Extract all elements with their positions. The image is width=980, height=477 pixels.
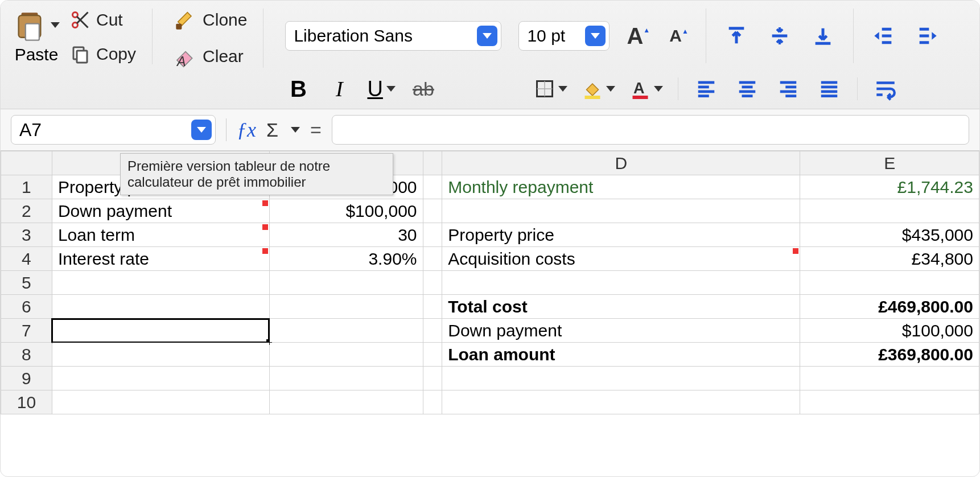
cell-A2[interactable]: Down payment [52, 199, 269, 223]
row-header[interactable]: 8 [1, 343, 52, 367]
cell-A5[interactable] [52, 271, 269, 295]
cell-E2[interactable] [800, 199, 979, 223]
cell-A3[interactable]: Loan term [52, 223, 269, 247]
comment-indicator-icon[interactable] [262, 224, 268, 230]
cell-C2[interactable] [423, 199, 442, 223]
cell-E4[interactable]: £34,800 [800, 247, 979, 271]
cell-C10[interactable] [423, 390, 442, 414]
font-name-combo[interactable]: Liberation Sans [285, 21, 501, 51]
cell-D10[interactable] [442, 390, 800, 414]
cell-D4[interactable]: Acquisition costs [442, 247, 800, 271]
cell-C1[interactable] [423, 175, 442, 199]
formula-equals-button[interactable]: = [310, 119, 322, 141]
align-right-button[interactable] [775, 76, 801, 102]
underline-button[interactable]: U [367, 76, 395, 102]
cell-D9[interactable] [442, 367, 800, 390]
fill-color-button[interactable] [582, 76, 615, 102]
row-header[interactable]: 9 [1, 367, 52, 390]
cell-A8[interactable] [52, 343, 269, 367]
cell-A9[interactable] [52, 367, 269, 390]
row-header[interactable]: 5 [1, 271, 52, 295]
cell-C3[interactable] [423, 223, 442, 247]
comment-indicator-icon[interactable] [793, 248, 798, 254]
cell-E1[interactable]: £1,744.23 [800, 175, 979, 199]
cell-C8[interactable] [423, 343, 442, 367]
cell-E5[interactable] [800, 271, 979, 295]
cell-C9[interactable] [423, 367, 442, 390]
cell-D8[interactable]: Loan amount [442, 343, 800, 367]
font-color-button[interactable]: A [630, 76, 663, 102]
row-header[interactable]: 7 [1, 319, 52, 343]
cell-A6[interactable] [52, 295, 269, 319]
cell-A10[interactable] [52, 390, 269, 414]
cell-A4[interactable]: Interest rate [52, 247, 269, 271]
formula-input[interactable] [332, 115, 969, 145]
italic-button[interactable]: I [326, 76, 352, 102]
select-all-corner[interactable] [1, 151, 52, 175]
cell-B10[interactable] [269, 390, 423, 414]
clear-button[interactable]: A Clear [174, 45, 247, 68]
row-header[interactable]: 3 [1, 223, 52, 247]
cell-D2[interactable] [442, 199, 800, 223]
cell-B4[interactable]: 3.90% [269, 247, 423, 271]
increase-indent-button[interactable] [871, 23, 897, 49]
name-box[interactable]: A7 [11, 115, 216, 145]
align-top-button[interactable] [723, 23, 750, 49]
cell-E9[interactable] [800, 367, 979, 390]
cell-E7[interactable]: $100,000 [800, 319, 979, 343]
cell-D7[interactable]: Down payment [442, 319, 800, 343]
cut-button[interactable]: Cut [70, 10, 136, 30]
chevron-down-icon[interactable] [585, 26, 606, 46]
clone-button[interactable]: Clone [174, 9, 247, 31]
cell-E3[interactable]: $435,000 [800, 223, 979, 247]
cell-C4[interactable] [423, 247, 442, 271]
comment-indicator-icon[interactable] [262, 248, 268, 254]
row-header[interactable]: 2 [1, 199, 52, 223]
borders-button[interactable] [534, 76, 567, 102]
align-justify-button[interactable] [816, 76, 842, 102]
sum-button[interactable]: Σ [266, 119, 278, 141]
align-bottom-button[interactable] [810, 23, 836, 49]
chevron-down-icon[interactable] [191, 120, 212, 140]
strikethrough-button[interactable]: ab [410, 76, 437, 102]
cell-B7[interactable] [269, 319, 423, 343]
cell-B2[interactable]: $100,000 [269, 199, 423, 223]
cell-E10[interactable] [800, 390, 979, 414]
row-header[interactable]: 10 [1, 390, 52, 414]
col-header-D[interactable]: D [442, 151, 800, 175]
bold-button[interactable]: B [285, 76, 311, 102]
decrease-indent-button[interactable] [914, 23, 940, 49]
chevron-down-icon[interactable] [477, 26, 497, 46]
cell-C7[interactable] [423, 319, 442, 343]
align-middle-button[interactable] [767, 23, 793, 49]
cell-B8[interactable] [269, 343, 423, 367]
cell-B6[interactable] [269, 295, 423, 319]
col-header-E[interactable]: E [800, 151, 979, 175]
cell-D1[interactable]: Monthly repayment [442, 175, 800, 199]
cell-B3[interactable]: 30 [269, 223, 423, 247]
cell-D6[interactable]: Total cost [442, 295, 800, 319]
align-left-button[interactable] [693, 76, 719, 102]
row-header[interactable]: 4 [1, 247, 52, 271]
col-header-C[interactable] [423, 151, 442, 175]
paste-button[interactable] [13, 9, 60, 42]
cell-B5[interactable] [269, 271, 423, 295]
font-size-combo[interactable]: 10 pt [518, 21, 610, 51]
align-center-button[interactable] [734, 76, 760, 102]
cell-C5[interactable] [423, 271, 442, 295]
cell-B9[interactable] [269, 367, 423, 390]
grow-font-button[interactable]: A▲ [627, 23, 650, 49]
cell-C6[interactable] [423, 295, 442, 319]
row-header[interactable]: 1 [1, 175, 52, 199]
shrink-font-button[interactable]: A▲ [667, 26, 689, 46]
cell-D3[interactable]: Property price [442, 223, 800, 247]
wrap-text-button[interactable] [872, 76, 899, 102]
cell-A7[interactable] [52, 319, 269, 343]
cell-D5[interactable] [442, 271, 800, 295]
fx-icon[interactable]: ƒx [237, 118, 256, 142]
cell-E6[interactable]: £469,800.00 [800, 295, 979, 319]
row-header[interactable]: 6 [1, 295, 52, 319]
cell-E8[interactable]: £369,800.00 [800, 343, 979, 367]
comment-indicator-icon[interactable] [262, 200, 268, 206]
copy-button[interactable]: Copy [70, 44, 136, 64]
